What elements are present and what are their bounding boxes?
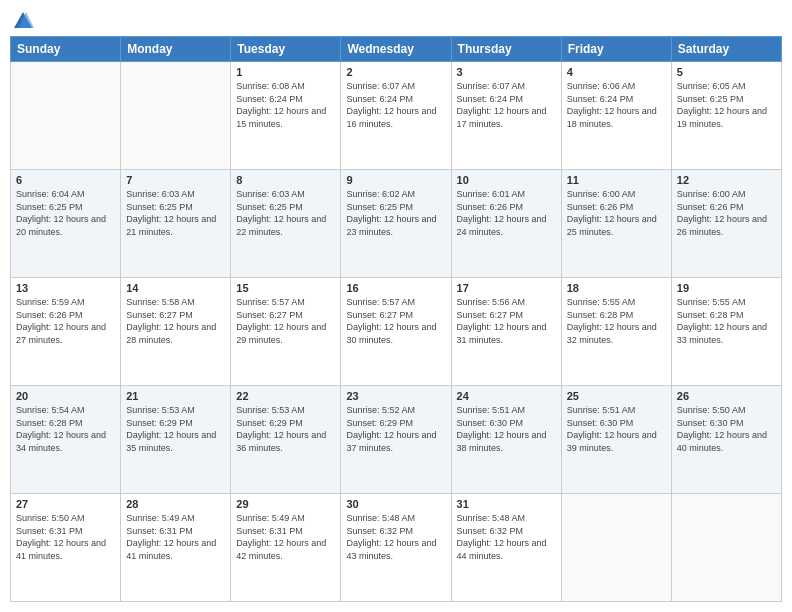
day-number: 3 xyxy=(457,66,556,78)
day-number: 10 xyxy=(457,174,556,186)
day-info: Sunrise: 6:07 AM Sunset: 6:24 PM Dayligh… xyxy=(457,80,556,130)
calendar-cell: 16Sunrise: 5:57 AM Sunset: 6:27 PM Dayli… xyxy=(341,278,451,386)
calendar-cell: 4Sunrise: 6:06 AM Sunset: 6:24 PM Daylig… xyxy=(561,62,671,170)
calendar-cell xyxy=(121,62,231,170)
day-info: Sunrise: 5:48 AM Sunset: 6:32 PM Dayligh… xyxy=(346,512,445,562)
day-number: 24 xyxy=(457,390,556,402)
day-info: Sunrise: 6:06 AM Sunset: 6:24 PM Dayligh… xyxy=(567,80,666,130)
day-info: Sunrise: 6:02 AM Sunset: 6:25 PM Dayligh… xyxy=(346,188,445,238)
day-number: 23 xyxy=(346,390,445,402)
day-number: 18 xyxy=(567,282,666,294)
week-row-5: 27Sunrise: 5:50 AM Sunset: 6:31 PM Dayli… xyxy=(11,494,782,602)
day-number: 8 xyxy=(236,174,335,186)
day-number: 25 xyxy=(567,390,666,402)
calendar-cell: 25Sunrise: 5:51 AM Sunset: 6:30 PM Dayli… xyxy=(561,386,671,494)
weekday-thursday: Thursday xyxy=(451,37,561,62)
calendar-cell: 3Sunrise: 6:07 AM Sunset: 6:24 PM Daylig… xyxy=(451,62,561,170)
weekday-tuesday: Tuesday xyxy=(231,37,341,62)
calendar-cell: 15Sunrise: 5:57 AM Sunset: 6:27 PM Dayli… xyxy=(231,278,341,386)
calendar-cell: 26Sunrise: 5:50 AM Sunset: 6:30 PM Dayli… xyxy=(671,386,781,494)
day-info: Sunrise: 6:01 AM Sunset: 6:26 PM Dayligh… xyxy=(457,188,556,238)
calendar-cell: 24Sunrise: 5:51 AM Sunset: 6:30 PM Dayli… xyxy=(451,386,561,494)
day-number: 15 xyxy=(236,282,335,294)
day-number: 7 xyxy=(126,174,225,186)
day-number: 31 xyxy=(457,498,556,510)
day-info: Sunrise: 5:58 AM Sunset: 6:27 PM Dayligh… xyxy=(126,296,225,346)
day-number: 6 xyxy=(16,174,115,186)
week-row-3: 13Sunrise: 5:59 AM Sunset: 6:26 PM Dayli… xyxy=(11,278,782,386)
day-info: Sunrise: 5:57 AM Sunset: 6:27 PM Dayligh… xyxy=(236,296,335,346)
week-row-4: 20Sunrise: 5:54 AM Sunset: 6:28 PM Dayli… xyxy=(11,386,782,494)
day-info: Sunrise: 6:08 AM Sunset: 6:24 PM Dayligh… xyxy=(236,80,335,130)
weekday-friday: Friday xyxy=(561,37,671,62)
calendar-cell: 17Sunrise: 5:56 AM Sunset: 6:27 PM Dayli… xyxy=(451,278,561,386)
calendar-cell: 20Sunrise: 5:54 AM Sunset: 6:28 PM Dayli… xyxy=(11,386,121,494)
weekday-saturday: Saturday xyxy=(671,37,781,62)
day-number: 5 xyxy=(677,66,776,78)
day-info: Sunrise: 5:50 AM Sunset: 6:30 PM Dayligh… xyxy=(677,404,776,454)
calendar-cell: 19Sunrise: 5:55 AM Sunset: 6:28 PM Dayli… xyxy=(671,278,781,386)
day-number: 28 xyxy=(126,498,225,510)
day-number: 26 xyxy=(677,390,776,402)
calendar-cell: 28Sunrise: 5:49 AM Sunset: 6:31 PM Dayli… xyxy=(121,494,231,602)
day-info: Sunrise: 5:51 AM Sunset: 6:30 PM Dayligh… xyxy=(457,404,556,454)
day-info: Sunrise: 5:52 AM Sunset: 6:29 PM Dayligh… xyxy=(346,404,445,454)
day-info: Sunrise: 5:48 AM Sunset: 6:32 PM Dayligh… xyxy=(457,512,556,562)
logo-icon xyxy=(12,10,34,32)
calendar-cell: 29Sunrise: 5:49 AM Sunset: 6:31 PM Dayli… xyxy=(231,494,341,602)
calendar-cell: 21Sunrise: 5:53 AM Sunset: 6:29 PM Dayli… xyxy=(121,386,231,494)
day-info: Sunrise: 6:04 AM Sunset: 6:25 PM Dayligh… xyxy=(16,188,115,238)
day-number: 4 xyxy=(567,66,666,78)
day-info: Sunrise: 6:00 AM Sunset: 6:26 PM Dayligh… xyxy=(677,188,776,238)
day-number: 13 xyxy=(16,282,115,294)
day-info: Sunrise: 6:05 AM Sunset: 6:25 PM Dayligh… xyxy=(677,80,776,130)
day-info: Sunrise: 5:50 AM Sunset: 6:31 PM Dayligh… xyxy=(16,512,115,562)
calendar-cell: 7Sunrise: 6:03 AM Sunset: 6:25 PM Daylig… xyxy=(121,170,231,278)
day-number: 20 xyxy=(16,390,115,402)
day-number: 9 xyxy=(346,174,445,186)
calendar-cell: 6Sunrise: 6:04 AM Sunset: 6:25 PM Daylig… xyxy=(11,170,121,278)
calendar-cell: 14Sunrise: 5:58 AM Sunset: 6:27 PM Dayli… xyxy=(121,278,231,386)
day-number: 27 xyxy=(16,498,115,510)
calendar-cell: 23Sunrise: 5:52 AM Sunset: 6:29 PM Dayli… xyxy=(341,386,451,494)
day-number: 21 xyxy=(126,390,225,402)
calendar-cell: 22Sunrise: 5:53 AM Sunset: 6:29 PM Dayli… xyxy=(231,386,341,494)
day-number: 19 xyxy=(677,282,776,294)
day-number: 30 xyxy=(346,498,445,510)
day-number: 2 xyxy=(346,66,445,78)
logo xyxy=(10,10,34,28)
calendar-cell: 2Sunrise: 6:07 AM Sunset: 6:24 PM Daylig… xyxy=(341,62,451,170)
calendar-table: SundayMondayTuesdayWednesdayThursdayFrid… xyxy=(10,36,782,602)
day-info: Sunrise: 6:03 AM Sunset: 6:25 PM Dayligh… xyxy=(126,188,225,238)
calendar-cell: 9Sunrise: 6:02 AM Sunset: 6:25 PM Daylig… xyxy=(341,170,451,278)
day-number: 16 xyxy=(346,282,445,294)
calendar-cell: 5Sunrise: 6:05 AM Sunset: 6:25 PM Daylig… xyxy=(671,62,781,170)
day-info: Sunrise: 5:54 AM Sunset: 6:28 PM Dayligh… xyxy=(16,404,115,454)
day-number: 1 xyxy=(236,66,335,78)
day-info: Sunrise: 5:57 AM Sunset: 6:27 PM Dayligh… xyxy=(346,296,445,346)
calendar-cell: 31Sunrise: 5:48 AM Sunset: 6:32 PM Dayli… xyxy=(451,494,561,602)
calendar-cell: 18Sunrise: 5:55 AM Sunset: 6:28 PM Dayli… xyxy=(561,278,671,386)
weekday-wednesday: Wednesday xyxy=(341,37,451,62)
calendar-cell: 27Sunrise: 5:50 AM Sunset: 6:31 PM Dayli… xyxy=(11,494,121,602)
day-info: Sunrise: 5:55 AM Sunset: 6:28 PM Dayligh… xyxy=(567,296,666,346)
calendar-cell xyxy=(671,494,781,602)
calendar-cell: 10Sunrise: 6:01 AM Sunset: 6:26 PM Dayli… xyxy=(451,170,561,278)
day-number: 17 xyxy=(457,282,556,294)
header xyxy=(10,10,782,28)
day-number: 11 xyxy=(567,174,666,186)
calendar-cell: 11Sunrise: 6:00 AM Sunset: 6:26 PM Dayli… xyxy=(561,170,671,278)
day-info: Sunrise: 5:56 AM Sunset: 6:27 PM Dayligh… xyxy=(457,296,556,346)
day-info: Sunrise: 5:53 AM Sunset: 6:29 PM Dayligh… xyxy=(126,404,225,454)
calendar-cell: 8Sunrise: 6:03 AM Sunset: 6:25 PM Daylig… xyxy=(231,170,341,278)
day-info: Sunrise: 6:07 AM Sunset: 6:24 PM Dayligh… xyxy=(346,80,445,130)
week-row-2: 6Sunrise: 6:04 AM Sunset: 6:25 PM Daylig… xyxy=(11,170,782,278)
day-info: Sunrise: 5:59 AM Sunset: 6:26 PM Dayligh… xyxy=(16,296,115,346)
calendar-cell xyxy=(11,62,121,170)
day-info: Sunrise: 5:51 AM Sunset: 6:30 PM Dayligh… xyxy=(567,404,666,454)
day-info: Sunrise: 5:49 AM Sunset: 6:31 PM Dayligh… xyxy=(236,512,335,562)
calendar-cell: 30Sunrise: 5:48 AM Sunset: 6:32 PM Dayli… xyxy=(341,494,451,602)
calendar-cell: 12Sunrise: 6:00 AM Sunset: 6:26 PM Dayli… xyxy=(671,170,781,278)
day-number: 29 xyxy=(236,498,335,510)
day-info: Sunrise: 6:03 AM Sunset: 6:25 PM Dayligh… xyxy=(236,188,335,238)
